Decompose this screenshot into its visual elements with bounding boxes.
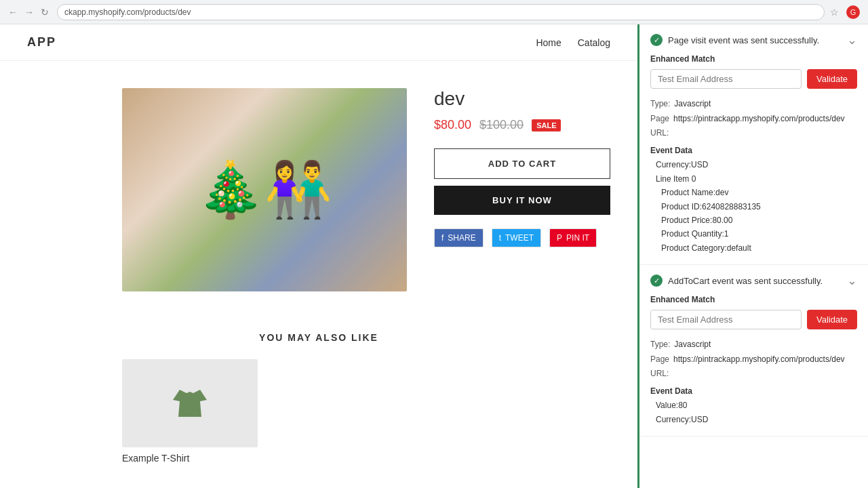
email-input-2[interactable]	[650, 310, 802, 329]
twitter-icon: t	[499, 233, 501, 243]
browser-bar: ← → ↻ ckapp.myshopify.com/products/dev ☆…	[0, 0, 868, 24]
store-nav: APP Home Catalog	[0, 24, 637, 61]
event-success-row-1: ✓ Page visit event was sent successfully…	[650, 34, 819, 46]
email-row-2: Validate	[650, 310, 857, 329]
enhanced-match-label-1: Enhanced Match	[650, 54, 857, 64]
sale-badge: SALE	[532, 119, 561, 131]
store-content: APP Home Catalog dev $80.00 $100.00 SALE…	[0, 24, 637, 488]
event-data-section-1: Event Data Currency:USD Line Item 0 Prod…	[650, 144, 857, 255]
product-image	[122, 88, 407, 291]
url-row-1: URL:	[650, 126, 857, 141]
page-row-2: Page https://pintrackapp.myshopify.com/p…	[650, 352, 857, 367]
also-like-title: YOU MAY ALSO LIKE	[27, 332, 610, 343]
page-row-1: Page https://pintrackapp.myshopify.com/p…	[650, 112, 857, 127]
url-bar[interactable]: ckapp.myshopify.com/products/dev	[57, 4, 825, 20]
nav-catalog[interactable]: Catalog	[578, 37, 610, 48]
product-price-row-panel: Product Price:80.00	[650, 214, 857, 227]
product-title: dev	[434, 88, 610, 110]
value-row-2: Value:80	[650, 399, 857, 412]
facebook-share-button[interactable]: f SHARE	[434, 228, 484, 247]
account-icon[interactable]: G	[846, 5, 860, 19]
pinterest-panel: ✓ Page visit event was sent successfully…	[637, 24, 868, 488]
price-original: $100.00	[479, 118, 524, 132]
also-like-grid: Example T-Shirt	[27, 359, 610, 464]
panel-event-header-2: ✓ AddToCart event was sent successfully.…	[650, 274, 857, 287]
currency-row-2: Currency:USD	[650, 413, 857, 426]
tshirt-svg	[166, 380, 214, 427]
panel-event-header-1: ✓ Page visit event was sent successfully…	[650, 34, 857, 46]
event-title-2: AddToCart event was sent successfully.	[668, 276, 823, 286]
success-icon-2: ✓	[650, 274, 663, 287]
success-icon-1: ✓	[650, 34, 663, 46]
product-card-image	[122, 359, 258, 447]
svg-marker-0	[173, 390, 207, 417]
panel-event-pagevisit: ✓ Page visit event was sent successfully…	[639, 24, 868, 265]
bookmark-icon[interactable]: ☆	[830, 7, 841, 18]
email-input-1[interactable]	[650, 69, 802, 89]
nav-home[interactable]: Home	[536, 37, 561, 48]
product-section: dev $80.00 $100.00 SALE ADD TO CART BUY …	[0, 61, 637, 319]
event-data-section-2: Event Data Value:80 Currency:USD	[650, 384, 857, 426]
event-success-row-2: ✓ AddToCart event was sent successfully.	[650, 274, 823, 287]
collapse-btn-1[interactable]: ⌄	[847, 34, 857, 46]
product-price-row: $80.00 $100.00 SALE	[434, 118, 610, 132]
social-share: f SHARE t TWEET P PIN IT	[434, 228, 610, 247]
store-logo: APP	[27, 35, 56, 49]
email-row-1: Validate	[650, 69, 857, 89]
product-id-row: Product ID:6240828883135	[650, 200, 857, 214]
enhanced-match-label-2: Enhanced Match	[650, 295, 857, 304]
event-meta-1: Type: Javascript Page https://pintrackap…	[650, 97, 857, 255]
validate-btn-2[interactable]: Validate	[807, 310, 857, 329]
type-row-1: Type: Javascript	[650, 97, 857, 112]
product-qty-row: Product Quantity:1	[650, 227, 857, 241]
collapse-btn-2[interactable]: ⌄	[847, 274, 857, 287]
event-title-1: Page visit event was sent successfully.	[668, 35, 819, 45]
product-details: dev $80.00 $100.00 SALE ADD TO CART BUY …	[434, 88, 610, 247]
validate-btn-1[interactable]: Validate	[807, 69, 857, 89]
add-to-cart-button[interactable]: ADD TO CART	[434, 148, 610, 179]
panel-event-addtocart: ✓ AddToCart event was sent successfully.…	[639, 265, 868, 436]
pinterest-icon: P	[557, 233, 562, 243]
product-image-wrap	[122, 88, 407, 291]
currency-row-1: Currency:USD	[650, 158, 857, 171]
twitter-share-button[interactable]: t TWEET	[492, 228, 541, 247]
store-wrapper: APP Home Catalog dev $80.00 $100.00 SALE…	[0, 24, 868, 488]
type-row-2: Type: Javascript	[650, 338, 857, 352]
buy-it-now-button[interactable]: BUY IT NOW	[434, 186, 610, 215]
reload-icon[interactable]: ↻	[41, 7, 52, 18]
url-row-2: URL:	[650, 367, 857, 382]
product-card-name: Example T-Shirt	[122, 453, 258, 464]
event-meta-2: Type: Javascript Page https://pintrackap…	[650, 338, 857, 426]
product-card[interactable]: Example T-Shirt	[122, 359, 258, 464]
price-sale: $80.00	[434, 118, 471, 132]
event-data-title-2: Event Data	[650, 384, 857, 399]
pinterest-share-button[interactable]: P PIN IT	[549, 228, 597, 247]
line-item-label-1: Line Item 0	[650, 172, 857, 186]
back-icon[interactable]: ←	[8, 7, 19, 18]
product-cat-row: Product Category:default	[650, 241, 857, 255]
product-name-row: Product Name:dev	[650, 186, 857, 199]
forward-icon[interactable]: →	[24, 7, 35, 18]
event-data-title-1: Event Data	[650, 144, 857, 159]
also-like-section: YOU MAY ALSO LIKE Example T-Shirt	[0, 319, 637, 488]
facebook-icon: f	[441, 233, 443, 243]
